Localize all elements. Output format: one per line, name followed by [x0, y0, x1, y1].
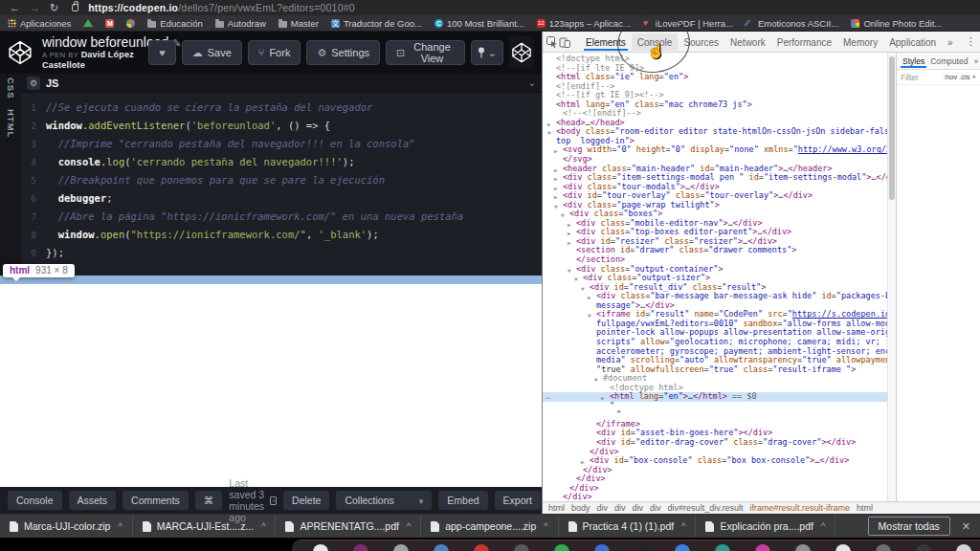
scrollbar-thumb[interactable] — [889, 56, 895, 200]
dock-app-icon[interactable] — [675, 544, 690, 551]
bookmark-educaci-n[interactable]: Educación — [147, 18, 202, 29]
breadcrumb-item[interactable]: div — [633, 503, 644, 513]
js-panel-chevron-icon[interactable]: ⌄ — [528, 77, 536, 88]
codepen-logo-icon[interactable] — [8, 40, 33, 65]
breadcrumb-item[interactable]: html — [857, 503, 873, 513]
delete-button[interactable]: Delete — [283, 491, 329, 510]
breadcrumb-item[interactable]: div#result_div.result — [668, 503, 744, 513]
console-button[interactable]: Console — [8, 491, 62, 510]
dock-app-icon[interactable] — [353, 544, 368, 551]
dock-app-icon[interactable] — [313, 544, 328, 551]
pin-button[interactable]: ⌄ — [471, 40, 503, 65]
styles-tab-more[interactable]: » — [971, 54, 980, 68]
dock-app-icon[interactable] — [393, 544, 409, 551]
back-icon[interactable]: ← — [10, 2, 20, 13]
dock-app-icon[interactable] — [916, 544, 931, 551]
embed-button[interactable]: Embed — [438, 491, 487, 510]
elements-scrollbar[interactable] — [887, 53, 896, 501]
breadcrumb-item[interactable]: div — [650, 503, 661, 513]
bookmark-123apps-aplicac-[interactable]: 12123apps – Aplicac... — [537, 18, 631, 29]
breadcrumb-item[interactable]: div — [614, 503, 626, 513]
tree-node[interactable]: </div> — [543, 484, 887, 494]
inspect-element-icon[interactable] — [546, 34, 558, 50]
bookmark-traductor-de-goo-[interactable]: 文Traductor de Goo... — [331, 18, 422, 29]
refresh-icon[interactable]: ↻ — [50, 2, 58, 14]
elements-tree[interactable]: <!doctype html><!--[if lte IE 9]><html c… — [543, 53, 887, 501]
download-item[interactable]: app-campeone....zip^ — [421, 515, 558, 538]
macos-dock[interactable] — [292, 540, 980, 551]
dock-app-icon[interactable] — [755, 544, 770, 551]
tree-node[interactable]: "true" allowfullscreen="true" class="res… — [543, 365, 887, 375]
comments-button[interactable]: Comments — [122, 491, 189, 510]
chevron-up-icon[interactable]: ^ — [407, 521, 411, 531]
assets-button[interactable]: Assets — [69, 491, 117, 510]
dock-app-icon[interactable] — [635, 544, 650, 551]
bookmark-gmail[interactable]: M — [105, 19, 114, 28]
devtools-tab-memory[interactable]: Memory — [837, 33, 883, 51]
saved-history-icon[interactable]: ↗ — [270, 496, 277, 505]
bookmark-aplicaciones[interactable]: Aplicaciones — [8, 18, 71, 29]
editor-tab-html[interactable]: HTML — [6, 109, 16, 138]
chevron-up-icon[interactable]: ^ — [821, 521, 825, 531]
js-settings-gear-icon[interactable]: ⚙ — [27, 77, 40, 90]
download-item[interactable]: APRENENTATG....pdf^ — [276, 515, 421, 538]
dock-app-icon[interactable] — [876, 544, 891, 551]
devtools-tab-sources[interactable]: Sources — [678, 33, 724, 51]
change-view-button[interactable]: ⊡Change View — [386, 40, 465, 65]
device-toolbar-icon[interactable] — [559, 34, 570, 50]
address-bar[interactable]: https://codepen.io/dellos7/pen/vwxEmL?ed… — [88, 2, 355, 13]
breadcrumb-item[interactable]: iframe#result.result-iframe — [749, 503, 850, 513]
dock-app-icon[interactable] — [434, 544, 449, 551]
devtools-tab-performance[interactable]: Performance — [771, 33, 837, 51]
breadcrumb-item[interactable]: body — [571, 503, 590, 513]
bookmark-100-most-brilliant-[interactable]: C100 Most Brilliant... — [434, 18, 524, 29]
styles-tab-computed[interactable]: Computed — [928, 54, 969, 68]
show-all-downloads-button[interactable]: Mostrar todas — [868, 517, 950, 536]
save-button[interactable]: ☁Save — [182, 40, 242, 65]
tree-node[interactable]: …▶<html lang="en">…</html>== $0 — [543, 392, 887, 402]
devtools-tab-application[interactable]: Application — [883, 33, 942, 51]
dock-app-icon[interactable] — [474, 544, 489, 551]
fork-button[interactable]: ⑂Fork — [248, 40, 301, 65]
dock-app-icon[interactable] — [514, 544, 529, 551]
styles-filter-input[interactable]: Filter — [901, 73, 941, 82]
love-button[interactable]: ♥ — [148, 40, 176, 65]
editor-tab-css[interactable]: CSS — [6, 77, 16, 99]
dock-app-icon[interactable] — [835, 544, 851, 551]
settings-button[interactable]: ⚙Settings — [306, 40, 380, 65]
download-item[interactable]: Practica 4 (1) (1).pdf^ — [559, 515, 697, 538]
dock-app-icon[interactable] — [795, 544, 811, 551]
bookmark-autodraw[interactable]: Autodraw — [215, 18, 266, 29]
dock-app-icon[interactable] — [956, 544, 971, 551]
chevron-up-icon[interactable]: ^ — [544, 521, 547, 531]
forward-icon[interactable]: → — [30, 2, 40, 13]
tree-node[interactable]: " — [543, 402, 887, 411]
devtools-tab-console[interactable]: Console — [632, 33, 679, 51]
dock-app-icon[interactable] — [594, 544, 610, 551]
styles-tab-styles[interactable]: Styles — [901, 54, 926, 68]
bookmark-master[interactable]: Master — [278, 18, 319, 29]
bookmark-ilovepdf-herra-[interactable]: ♥iLovePDF | Herra... — [643, 18, 733, 29]
tree-node[interactable]: ▶<svg width="0" height="0" display="none… — [543, 145, 887, 155]
styles-controls[interactable]: :hov .cls + — [944, 73, 976, 81]
export-button[interactable]: Export — [495, 491, 541, 510]
breadcrumb-item[interactable]: div — [597, 503, 609, 513]
breadcrumb-item[interactable]: html — [548, 503, 565, 513]
keyboard-shortcuts-button[interactable]: ⌘ — [195, 491, 223, 510]
bookmark-photos[interactable] — [126, 19, 135, 28]
devtools-tab-elements[interactable]: Elements — [580, 33, 632, 51]
devtools-menu-icon[interactable]: ⋮ — [960, 35, 980, 48]
dock-app-icon[interactable] — [715, 544, 730, 551]
tree-node[interactable]: " — [543, 410, 887, 420]
chevron-up-icon[interactable]: ^ — [681, 521, 685, 531]
download-item[interactable]: Marca-UJI-color.zip^ — [0, 515, 133, 538]
avatar[interactable] — [509, 36, 534, 69]
tree-node[interactable]: ▼#document — [543, 374, 887, 384]
code-editor[interactable]: 1//Se ejecuta cuando se cierra la pestañ… — [21, 93, 542, 276]
devtools-tab-network[interactable]: Network — [724, 33, 771, 51]
download-item[interactable]: Explicación pra....pdf^ — [696, 515, 835, 538]
bookmark-online-photo-edit-[interactable]: Online Photo Edit... — [851, 18, 942, 29]
tree-node[interactable]: </div> — [543, 493, 887, 501]
collections-button[interactable]: Collections▾ — [336, 491, 432, 510]
chevron-up-icon[interactable]: ^ — [118, 521, 122, 531]
